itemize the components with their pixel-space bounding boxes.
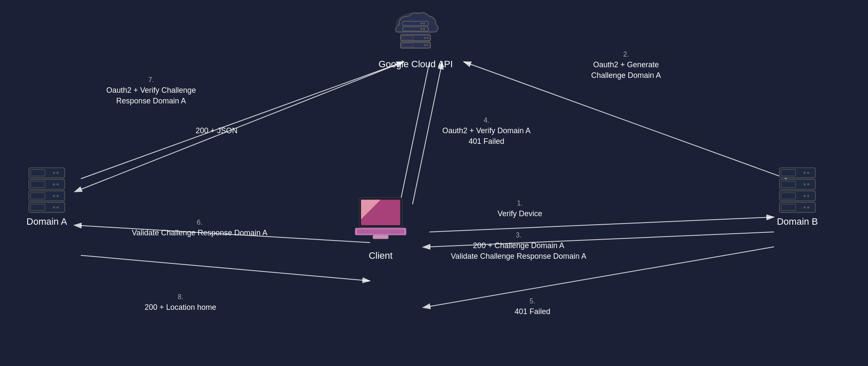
svg-rect-49 <box>780 168 816 178</box>
arrow6-label: 6. Validate Challenge Response Domain A <box>132 217 268 238</box>
arrow8-label: 8. 200 + Location home <box>145 292 216 313</box>
svg-point-48 <box>57 206 59 209</box>
arrow3-label: 3. 200 + Challenge Domain AValidate Chal… <box>451 230 586 262</box>
svg-point-59 <box>803 195 805 197</box>
step3-num: 3. <box>516 232 521 239</box>
svg-point-40 <box>57 183 59 186</box>
svg-rect-41 <box>29 191 65 201</box>
step1-num: 1. <box>517 200 523 207</box>
domain-b-label: Domain B <box>777 216 818 227</box>
domain-a-label: Domain A <box>26 216 67 227</box>
domain-b-node: Domain B <box>774 166 821 227</box>
step3-text: 200 + Challenge Domain AValidate Challen… <box>451 241 586 260</box>
step6-num: 6. <box>197 219 202 226</box>
step4-num: 4. <box>484 117 489 124</box>
svg-point-44 <box>57 195 59 197</box>
svg-point-60 <box>807 195 809 197</box>
client-desktop-icon <box>353 196 408 247</box>
step5-text: 401 Failed <box>515 307 550 316</box>
svg-rect-45 <box>29 202 65 212</box>
step1-text: Verify Device <box>498 209 542 218</box>
arrow1-label: 1. Verify Device <box>498 198 542 219</box>
arrow4-label: 4. Oauth2 + Verify Domain A401 Failed <box>442 115 531 147</box>
svg-rect-71 <box>357 229 404 234</box>
svg-point-28 <box>427 37 429 39</box>
step4-text: Oauth2 + Verify Domain A401 Failed <box>442 126 531 146</box>
domain-a-node: Domain A <box>23 166 70 227</box>
google-cloud-api-label: Google Cloud API <box>379 59 453 70</box>
svg-point-56 <box>807 183 809 186</box>
diagram: Google Cloud API Domain A <box>0 0 868 366</box>
svg-point-55 <box>803 183 805 186</box>
step2-text: Oauth2 + GenerateChallenge Domain A <box>591 60 661 80</box>
domain-a-server-icon <box>23 166 70 213</box>
svg-point-43 <box>53 195 55 197</box>
svg-point-64 <box>807 206 809 209</box>
svg-line-6 <box>413 62 442 204</box>
client-node: Client <box>353 196 408 261</box>
arrow7-label: 7. Oauth2 + Verify ChallengeResponse Dom… <box>106 74 196 107</box>
svg-point-51 <box>803 172 805 174</box>
step6-text: Validate Challenge Response Domain A <box>132 229 268 237</box>
svg-rect-61 <box>780 202 816 212</box>
svg-point-39 <box>53 183 55 186</box>
step8-num: 8. <box>178 293 183 300</box>
svg-point-47 <box>53 206 55 209</box>
svg-rect-57 <box>780 191 816 201</box>
svg-line-12 <box>81 255 370 281</box>
svg-rect-72 <box>373 235 389 239</box>
svg-point-24 <box>421 28 422 30</box>
svg-point-63 <box>803 206 805 209</box>
step2-num: 2. <box>623 51 629 58</box>
step7-num: 7. <box>148 76 154 83</box>
svg-point-52 <box>807 172 809 174</box>
arrow2-label: 2. Oauth2 + GenerateChallenge Domain A <box>591 49 661 81</box>
step8-text: 200 + Location home <box>145 303 216 312</box>
domain-b-server-icon <box>774 166 821 213</box>
step5-num: 5. <box>529 297 535 305</box>
svg-rect-53 <box>780 179 816 189</box>
svg-point-35 <box>53 172 55 174</box>
svg-point-36 <box>57 172 59 174</box>
svg-point-21 <box>421 23 422 24</box>
svg-rect-37 <box>29 179 65 189</box>
google-cloud-api-node: Google Cloud API <box>379 9 453 70</box>
svg-point-27 <box>424 37 426 39</box>
client-label: Client <box>369 250 393 261</box>
svg-point-23 <box>423 28 425 30</box>
step7-text: Oauth2 + Verify ChallengeResponse Domain… <box>106 86 196 105</box>
svg-line-7 <box>400 62 430 204</box>
step7-return-text: 200 + JSON <box>196 126 238 135</box>
arrow5-label: 5. 401 Failed <box>515 296 550 317</box>
svg-point-32 <box>427 44 429 46</box>
arrow7-return-label: 200 + JSON <box>196 126 238 136</box>
cloud-server-icon <box>390 9 441 55</box>
svg-point-20 <box>423 23 425 24</box>
svg-point-31 <box>424 44 426 46</box>
svg-rect-33 <box>29 168 65 178</box>
